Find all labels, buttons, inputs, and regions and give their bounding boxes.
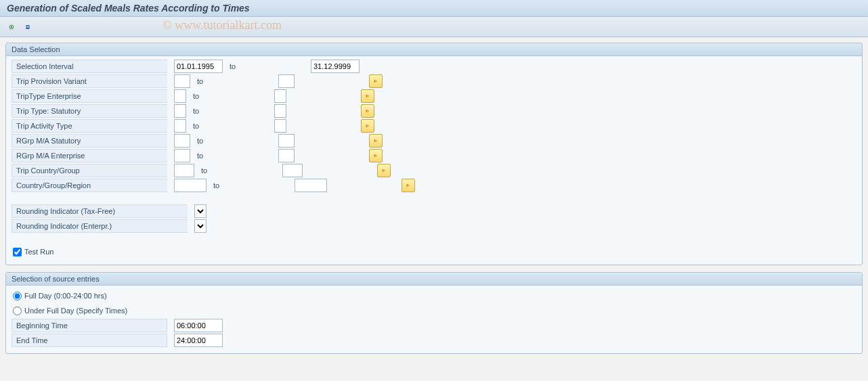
label-trip-activity-type: Trip Activity Type — [12, 119, 167, 133]
input-selection-interval-to[interactable] — [311, 60, 360, 73]
group-source-entries: Selection of source entries Full Day (0:… — [5, 272, 863, 354]
svg-rect-8 — [27, 26, 29, 27]
toolbar: © www.tutorialkart.com — [0, 17, 868, 37]
row-selection-interval: Selection Interval to — [12, 59, 856, 74]
row-under-full-day: Under Full Day (Specify Times) — [12, 303, 856, 318]
watermark: © www.tutorialkart.com — [162, 18, 282, 32]
svg-rect-9 — [27, 27, 29, 28]
label-test-run: Test Run — [24, 248, 53, 256]
label-end-time: End Time — [12, 334, 167, 347]
label-beginning-time: Beginning Time — [12, 319, 167, 332]
multi-select-button[interactable] — [369, 149, 383, 162]
input-trip-type-statutory-to[interactable] — [274, 104, 286, 118]
group-header-source-entries: Selection of source entries — [6, 273, 862, 286]
input-country-group-region-from[interactable] — [174, 179, 207, 192]
input-trip-type-statutory-from[interactable] — [174, 104, 186, 118]
multi-select-button[interactable] — [361, 104, 374, 118]
row-rgrp-ma-enterprise: RGrp M/A Enterprise to — [12, 148, 856, 163]
row-trip-type-enterprise: TripType Enterprise to — [12, 89, 856, 104]
label-rounding-tax: Rounding Indicator (Tax-Free) — [12, 204, 188, 218]
checkbox-test-run[interactable] — [13, 248, 22, 256]
info-icon — [25, 24, 30, 30]
label-to: to — [190, 152, 244, 160]
label-trip-type-enterprise: TripType Enterprise — [12, 89, 167, 103]
input-trip-type-enterprise-to[interactable] — [274, 89, 286, 103]
multi-select-button[interactable] — [377, 164, 391, 177]
label-country-group-region: Country/Group/Region — [12, 179, 167, 192]
label-rgrp-ma-enterprise: RGrp M/A Enterprise — [12, 149, 167, 162]
label-to: to — [207, 181, 261, 189]
group-data-selection: Data Selection Selection Interval to Tri… — [5, 43, 863, 265]
label-rgrp-ma-statutory: RGrp M/A Statutory — [12, 134, 167, 148]
label-trip-provision-variant: Trip Provision Variant — [12, 74, 167, 88]
label-trip-type-statutory: Trip Type: Statutory — [12, 104, 167, 118]
row-trip-country-group: Trip Country/Group to — [12, 163, 856, 178]
label-to: to — [190, 77, 244, 85]
group-header-data-selection: Data Selection — [6, 43, 862, 56]
arrow-right-icon — [366, 122, 370, 129]
multi-select-button[interactable] — [361, 119, 374, 133]
label-to: to — [194, 166, 248, 175]
label-selection-interval: Selection Interval — [12, 60, 167, 73]
multi-select-button[interactable] — [361, 89, 374, 103]
multi-select-button[interactable] — [369, 74, 383, 88]
radio-under-full-day[interactable] — [13, 307, 22, 315]
row-rgrp-ma-statutory: RGrp M/A Statutory to — [12, 133, 856, 148]
multi-select-button[interactable] — [402, 179, 415, 192]
row-beginning-time: Beginning Time — [12, 318, 856, 333]
label-trip-country-group: Trip Country/Group — [12, 164, 167, 177]
page-title: Generation of Scaled Meals Rates Accordi… — [0, 0, 868, 17]
svg-point-1 — [11, 26, 13, 28]
input-trip-country-group-from[interactable] — [174, 164, 194, 177]
row-rounding-tax: Rounding Indicator (Tax-Free) — [12, 204, 856, 219]
input-selection-interval-from[interactable] — [174, 60, 223, 73]
input-trip-activity-type-to[interactable] — [274, 119, 286, 133]
info-button[interactable] — [20, 20, 35, 35]
row-test-run: Test Run — [12, 244, 856, 259]
arrow-right-icon — [366, 108, 370, 114]
row-country-group-region: Country/Group/Region to — [12, 178, 856, 193]
multi-select-button[interactable] — [369, 134, 383, 148]
select-rounding-tax[interactable] — [194, 204, 207, 218]
arrow-right-icon — [406, 182, 410, 189]
row-trip-activity-type: Trip Activity Type to — [12, 118, 856, 133]
svg-rect-7 — [27, 26, 29, 26]
row-rounding-ent: Rounding Indicator (Enterpr.) — [12, 219, 856, 233]
arrow-right-icon — [366, 93, 370, 99]
input-trip-provision-variant-to[interactable] — [278, 74, 295, 88]
input-beginning-time[interactable] — [174, 319, 223, 332]
arrow-right-icon — [374, 152, 378, 159]
input-country-group-region-to[interactable] — [295, 179, 327, 192]
label-to: to — [190, 137, 244, 145]
row-full-day: Full Day (0:00-24:00 hrs) — [12, 288, 856, 303]
execute-icon — [9, 24, 14, 30]
input-rgrp-ma-statutory-from[interactable] — [174, 134, 190, 148]
input-rgrp-ma-statutory-to[interactable] — [278, 134, 295, 148]
input-end-time[interactable] — [174, 334, 223, 347]
arrow-right-icon — [374, 137, 378, 144]
label-to: to — [186, 107, 240, 115]
radio-full-day[interactable] — [13, 292, 22, 300]
select-rounding-ent[interactable] — [194, 219, 207, 233]
label-to: to — [223, 62, 277, 70]
row-trip-type-statutory: Trip Type: Statutory to — [12, 104, 856, 118]
arrow-right-icon — [382, 167, 386, 174]
label-full-day: Full Day (0:00-24:00 hrs) — [24, 292, 107, 300]
input-trip-provision-variant-from[interactable] — [174, 74, 190, 88]
input-trip-activity-type-from[interactable] — [174, 119, 186, 133]
arrow-right-icon — [374, 78, 378, 85]
input-trip-type-enterprise-from[interactable] — [174, 89, 186, 103]
label-under-full-day: Under Full Day (Specify Times) — [24, 307, 127, 315]
input-trip-country-group-to[interactable] — [282, 164, 303, 177]
label-to: to — [186, 122, 240, 130]
label-to: to — [186, 92, 240, 100]
execute-button[interactable] — [4, 20, 19, 35]
row-trip-provision-variant: Trip Provision Variant to — [12, 74, 856, 89]
label-rounding-ent: Rounding Indicator (Enterpr.) — [12, 219, 188, 233]
input-rgrp-ma-enterprise-to[interactable] — [278, 149, 295, 162]
row-end-time: End Time — [12, 333, 856, 348]
input-rgrp-ma-enterprise-from[interactable] — [174, 149, 190, 162]
